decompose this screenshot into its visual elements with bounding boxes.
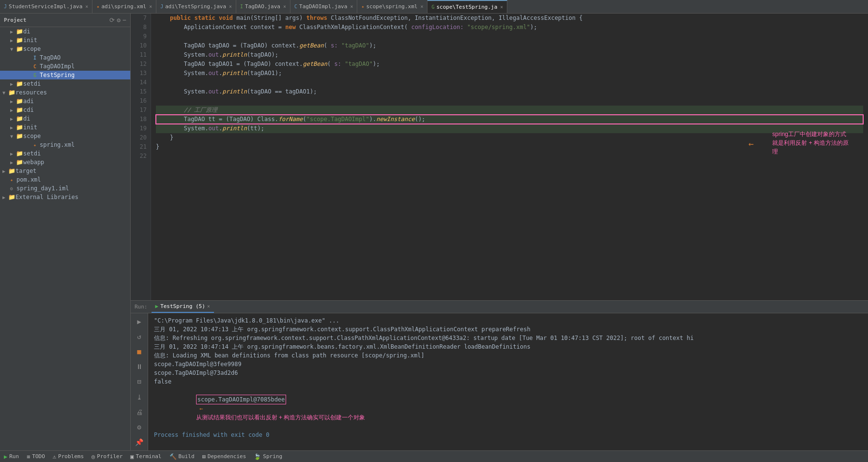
tab-adi-test[interactable]: J adi\TestSpring.java × [156,0,236,13]
tab-close-icon[interactable]: × [420,4,423,9]
line-num: 19 [131,124,147,133]
status-dependencies-label: Dependencies [208,453,246,460]
sidebar-item-tagdao[interactable]: I TagDAO [0,53,130,62]
tab-close-icon[interactable]: × [350,4,353,9]
minimize-icon[interactable]: − [122,16,126,24]
status-build-label: Build [179,453,195,460]
arrow-icon: ▶ [8,81,15,87]
sidebar-item-webapp[interactable]: ▶ 📁 webapp [0,158,130,167]
tab-adi-spring[interactable]: ✦ adi\spring.xml × [92,0,156,13]
sidebar-item-pom[interactable]: ✦ pom.xml [0,175,130,184]
sidebar-item-testspring[interactable]: G TestSpring [0,71,130,79]
code-line: } [156,133,863,142]
sidebar-item-scope2[interactable]: ▼ 📁 scope [0,132,130,140]
sidebar-item-cdi[interactable]: ▶ 📁 cdi [0,106,130,114]
sidebar: Project ⟳ ⚙ − ▶ 📁 di ▶ 📁 init ▼ 📁 scope [0,14,131,450]
tab-close-icon[interactable]: × [85,4,88,9]
pin-button[interactable]: 📌 [133,436,146,448]
sidebar-item-label: init [23,124,37,131]
sidebar-item-spring-day1[interactable]: ⚙ spring_day1.iml [0,184,130,193]
code-editor[interactable]: 7 8 9 10 11 12 13 14 15 16 17 18 19 20 2… [131,14,868,300]
sidebar-item-resources[interactable]: ▼ 📁 resources [0,88,130,97]
status-todo[interactable]: ≡ TODO [27,453,45,460]
print-button[interactable]: 🖨 [133,406,146,418]
status-spring[interactable]: 🍃 Spring [254,453,282,460]
tab-close-icon[interactable]: × [283,4,286,9]
run-tab-label: TestSpring (5) [160,303,205,309]
sidebar-item-di[interactable]: ▶ 📁 di [0,27,130,36]
status-profiler[interactable]: ◎ Profiler [91,453,122,460]
tab-close-icon[interactable]: × [500,4,503,10]
status-problems-label: Problems [58,453,84,460]
tab-student[interactable]: J StudentServiceImpl.java × [0,0,92,13]
folder-icon: 📁 [15,80,23,87]
sidebar-item-setdi[interactable]: ▶ 📁 setdi [0,79,130,88]
status-dependencies[interactable]: ⊞ Dependencies [202,453,246,460]
pause-button[interactable]: ⏸ [133,361,146,373]
status-run[interactable]: ▶ Run [4,453,19,460]
run-button[interactable]: ▶ [133,315,146,327]
sidebar-item-adi[interactable]: ▶ 📁 adi [0,97,130,106]
status-bar: ▶ Run ≡ TODO ⚠ Problems ◎ Profiler ▣ Ter… [0,450,868,462]
arrow-icon: ▶ [8,38,15,43]
sidebar-item-setdi2[interactable]: ▶ 📁 setdi [0,149,130,158]
status-run-label: Run [9,453,19,460]
status-terminal[interactable]: ▣ Terminal [130,453,161,460]
line-num: 7 [131,14,147,23]
sidebar-item-label: TagDAOImpl [40,63,75,70]
folder-icon: 📁 [15,133,23,139]
code-line: System.out.println(tagDAO1); [156,69,863,78]
sidebar-item-label: scope [23,133,41,139]
run-output[interactable]: "C:\Program Files\Java\jdk1.8.0_181\bin\… [148,313,868,450]
code-line-boxed: TagDAO tt = (TagDAO) Class.forName("scop… [156,115,863,124]
sidebar-item-ext-libs[interactable]: ▶ 📁 External Libraries [0,193,130,201]
arrow-icon: ▼ [8,46,15,52]
folder-icon: 📁 [8,89,15,96]
sidebar-item-init[interactable]: ▶ 📁 init [0,36,130,45]
sync-icon[interactable]: ⟳ [109,16,115,24]
tab-scope-spring[interactable]: ✦ scope\spring.xml × [357,0,427,13]
sidebar-item-init2[interactable]: ▶ 📁 init [0,123,130,132]
java-icon: I [240,4,243,9]
gear-icon[interactable]: ⚙ [117,16,121,24]
java-icon: C [294,4,297,9]
sidebar-item-label: TestSpring [40,72,75,78]
stop-button[interactable]: ■ [133,345,146,357]
output-line: scope.TagDAOImpl@73ad2d6 [154,369,862,377]
tab-close-icon[interactable]: × [149,4,152,9]
tab-close-icon[interactable]: × [229,4,232,9]
sidebar-item-di2[interactable]: ▶ 📁 di [0,114,130,123]
status-terminal-label: Terminal [136,453,162,460]
status-problems[interactable]: ⚠ Problems [53,453,84,460]
folder-icon: 📁 [15,28,23,35]
sidebar-item-tagdaoimpl[interactable]: C TagDAOImpl [0,62,130,71]
code-line: System.out.println(tt); [156,124,863,133]
tab-tagdaoimpl[interactable]: C TagDAOImpl.java × [290,0,357,13]
line-num: 16 [131,96,147,106]
run-tab-close-icon[interactable]: × [207,304,210,309]
filter-button[interactable]: ⊟ [133,376,146,388]
folder-icon: 📁 [15,37,23,44]
sidebar-item-spring-xml[interactable]: ✦ spring.xml [0,140,130,149]
scroll-end-button[interactable]: ⤓ [133,391,146,403]
folder-icon: 📁 [15,150,23,157]
java-icon: G [431,4,434,10]
sidebar-item-label: target [15,168,36,174]
status-build[interactable]: 🔨 Build [169,453,195,460]
tab-scope-test[interactable]: G scope\TestSpring.ja × [427,0,507,13]
problems-icon: ⚠ [53,453,56,460]
sidebar-item-label: External Libraries [15,194,78,200]
status-profiler-label: Profiler [97,453,122,460]
run-panel: Run: ▶ TestSpring (5) × ▶ ↺ ■ ⏸ ⊟ ⤓ 🖨 ⚙ [131,300,868,450]
sidebar-item-target[interactable]: ▶ 📁 target [0,167,130,175]
tab-tagdao[interactable]: I TagDAO.java × [236,0,290,13]
code-line: } [156,142,863,152]
run-tab-testspring[interactable]: ▶ TestSpring (5) × [152,301,214,313]
tab-label: adi\TestSpring.java [165,3,226,10]
run-label: Run: [135,304,148,310]
settings-button[interactable]: ⚙ [133,421,146,433]
sidebar-item-scope[interactable]: ▼ 📁 scope [0,45,130,53]
code-line: System.out.println(tagDAO); [156,50,863,60]
todo-icon: ≡ [27,453,30,460]
rerun-button[interactable]: ↺ [133,330,146,342]
